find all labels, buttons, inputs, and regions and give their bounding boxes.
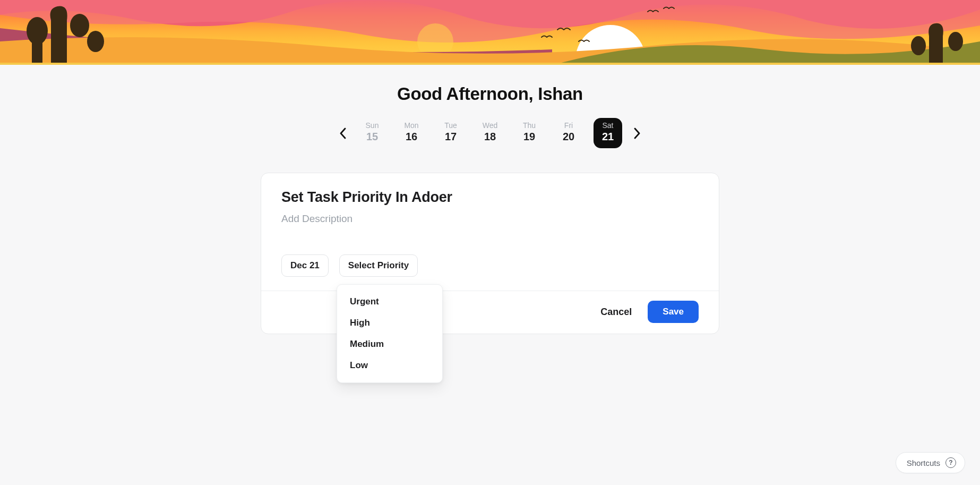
days-row: Sun15Mon16Tue17Wed18Thu19Fri20Sat21 xyxy=(358,118,622,148)
svg-rect-5 xyxy=(32,36,42,63)
next-week-button[interactable] xyxy=(626,123,648,144)
day-of-week-label: Sun xyxy=(358,121,386,130)
priority-option-medium[interactable]: Medium xyxy=(337,334,442,355)
day-number-label: 19 xyxy=(515,131,544,143)
priority-option-low[interactable]: Low xyxy=(337,355,442,376)
chevron-right-icon xyxy=(633,127,641,139)
priority-option-urgent[interactable]: Urgent xyxy=(337,291,442,312)
cancel-button[interactable]: Cancel xyxy=(600,307,632,318)
day-of-week-label: Fri xyxy=(554,121,583,130)
priority-dropdown: Urgent High Medium Low xyxy=(337,284,443,383)
greeting-heading: Good Afternoon, Ishan xyxy=(0,84,980,104)
day-cell-20[interactable]: Fri20 xyxy=(554,118,583,148)
shortcuts-label: Shortcuts xyxy=(907,458,940,467)
day-number-label: 21 xyxy=(594,131,622,143)
day-cell-21[interactable]: Sat21 xyxy=(594,118,622,148)
date-strip: Sun15Mon16Tue17Wed18Thu19Fri20Sat21 xyxy=(0,118,980,148)
day-number-label: 17 xyxy=(436,131,465,143)
help-icon: ? xyxy=(945,457,956,468)
shortcuts-button[interactable]: Shortcuts ? xyxy=(896,452,965,473)
hero-banner xyxy=(0,0,980,65)
task-chips-row: Dec 21 Select Priority Urgent High Mediu… xyxy=(281,254,699,277)
day-of-week-label: Tue xyxy=(436,121,465,130)
priority-chip[interactable]: Select Priority xyxy=(339,254,418,277)
svg-point-6 xyxy=(911,36,926,55)
prev-week-button[interactable] xyxy=(332,123,354,144)
svg-point-7 xyxy=(948,32,963,51)
sunset-illustration xyxy=(0,0,980,63)
day-cell-18[interactable]: Wed18 xyxy=(476,118,504,148)
day-of-week-label: Sat xyxy=(594,121,622,130)
svg-point-3 xyxy=(70,14,89,37)
task-description-input[interactable] xyxy=(281,213,699,228)
day-of-week-label: Thu xyxy=(515,121,544,130)
task-title-input[interactable]: Set Task Priority In Adoer xyxy=(281,189,699,206)
day-cell-16[interactable]: Mon16 xyxy=(397,118,426,148)
day-number-label: 20 xyxy=(554,131,583,143)
day-number-label: 18 xyxy=(476,131,504,143)
day-number-label: 15 xyxy=(358,131,386,143)
due-date-chip[interactable]: Dec 21 xyxy=(281,254,329,277)
svg-point-4 xyxy=(87,31,104,52)
day-of-week-label: Wed xyxy=(476,121,504,130)
day-cell-17[interactable]: Tue17 xyxy=(436,118,465,148)
day-cell-19[interactable]: Thu19 xyxy=(515,118,544,148)
day-of-week-label: Mon xyxy=(397,121,426,130)
chevron-left-icon xyxy=(339,127,347,139)
task-card: Set Task Priority In Adoer Dec 21 Select… xyxy=(261,173,719,334)
card-footer: Cancel Save xyxy=(261,291,719,334)
day-number-label: 16 xyxy=(397,131,426,143)
priority-option-high[interactable]: High xyxy=(337,312,442,334)
save-button[interactable]: Save xyxy=(648,301,699,323)
day-cell-15[interactable]: Sun15 xyxy=(358,118,386,148)
